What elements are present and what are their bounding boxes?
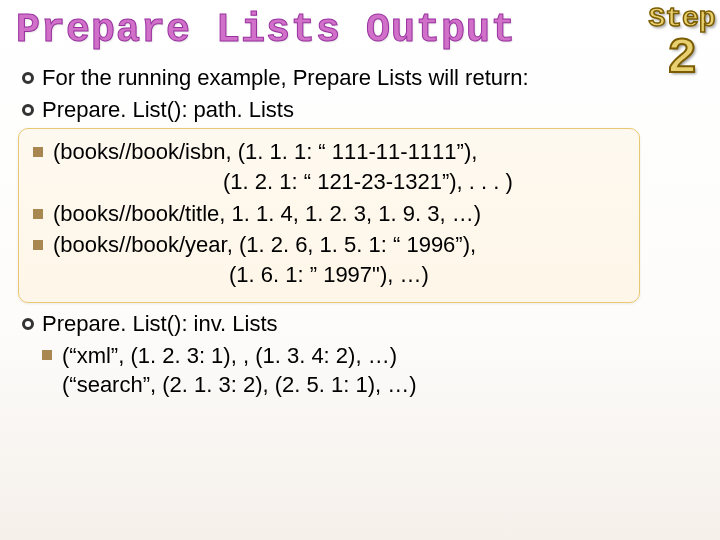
square-bullet-icon — [33, 209, 43, 219]
ring-bullet-icon — [22, 104, 34, 116]
slide-title: Prepare Lists Output — [0, 0, 720, 57]
ring-bullet-icon — [22, 72, 34, 84]
square-bullet-icon — [33, 147, 43, 157]
pathlists-heading: Prepare. List(): path. Lists — [22, 95, 700, 125]
square-bullet-icon — [33, 240, 43, 250]
intro-bullet: For the running example, Prepare Lists w… — [22, 63, 700, 93]
pathlists-heading-text: Prepare. List(): path. Lists — [42, 97, 294, 122]
inv-item: (“xml”, (1. 2. 3: 1), , (1. 3. 4: 2), …)… — [42, 341, 700, 400]
path-item-text: (books//book/year, (1. 2. 6, 1. 5. 1: “ … — [53, 232, 476, 257]
intro-text: For the running example, Prepare Lists w… — [42, 65, 529, 90]
pathlists-box: (books//book/isbn, (1. 1. 1: “ 111-11-11… — [18, 128, 640, 302]
ring-bullet-icon — [22, 318, 34, 330]
square-bullet-icon — [42, 350, 52, 360]
path-item-year: (books//book/year, (1. 2. 6, 1. 5. 1: “ … — [33, 230, 625, 289]
invlists-heading: Prepare. List(): inv. Lists — [22, 309, 700, 339]
path-item-text: (books//book/isbn, (1. 1. 1: “ 111-11-11… — [53, 139, 477, 164]
content-area: For the running example, Prepare Lists w… — [0, 57, 720, 400]
step-word: Step — [644, 4, 720, 33]
path-item-continuation: (1. 6. 1: ” 1997"), …) — [53, 260, 625, 290]
inv-item-continuation: (“search”, (2. 1. 3: 2), (2. 5. 1: 1), …… — [62, 370, 700, 400]
path-item-text: (books//book/title, 1. 1. 4, 1. 2. 3, 1.… — [53, 201, 481, 226]
path-item-isbn: (books//book/isbn, (1. 1. 1: “ 111-11-11… — [33, 137, 625, 196]
path-item-continuation: (1. 2. 1: “ 121-23-1321”), . . . ) — [53, 167, 625, 197]
inv-item-text: (“xml”, (1. 2. 3: 1), , (1. 3. 4: 2), …) — [62, 343, 397, 368]
path-item-title: (books//book/title, 1. 1. 4, 1. 2. 3, 1.… — [33, 199, 625, 229]
invlists-heading-text: Prepare. List(): inv. Lists — [42, 311, 278, 336]
